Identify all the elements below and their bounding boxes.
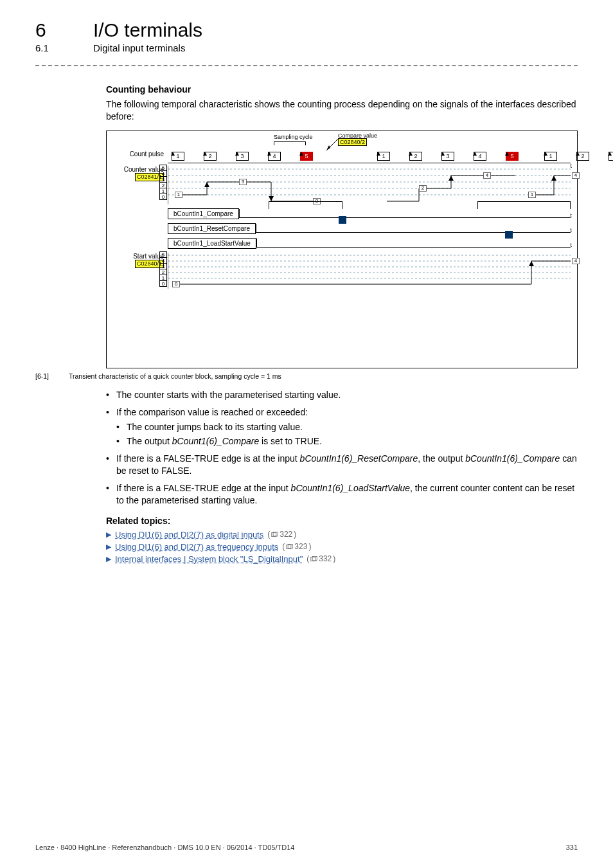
- signal-compare-trace: t: [239, 209, 571, 218]
- divider: [35, 65, 578, 66]
- list-item: The output bCount1(6)_Compare is set to …: [116, 435, 578, 448]
- timing-diagram: Sampling cycle Compare value C02840/2 Co…: [106, 131, 578, 368]
- pulse-box: 3: [609, 152, 613, 161]
- section-title: Digital input terminals: [93, 42, 185, 53]
- counter-val-box: 4: [572, 172, 580, 179]
- triangle-icon: ▶: [106, 555, 111, 563]
- svg-marker-9: [551, 176, 556, 181]
- related-link[interactable]: Using DI1(6) and DI2(7) as digital input…: [115, 530, 263, 539]
- chapter-number: 6: [35, 19, 74, 41]
- pulse-box: 1: [544, 152, 557, 161]
- figure-caption: Transient characteristic of a quick coun…: [69, 372, 281, 380]
- page-ref: ( 323): [282, 542, 311, 551]
- page-number: 331: [566, 844, 578, 851]
- pulse-box: 1: [172, 152, 184, 161]
- start-val-box: 0: [172, 281, 180, 287]
- compare-value-code: C02840/2: [338, 138, 367, 146]
- signal-load-trace: t: [256, 239, 571, 248]
- signal-reset-label: bCountIn1_ResetCompare: [168, 223, 256, 234]
- pulse-box: 2: [204, 152, 217, 161]
- page-ref: ( 332): [306, 554, 335, 563]
- section-number: 6.1: [35, 42, 74, 53]
- list-item: If there is a FALSE-TRUE edge is at the …: [106, 453, 578, 477]
- pulse-box: 4: [474, 152, 486, 161]
- pulse-box: 4: [268, 152, 281, 161]
- list-item: If the comparison value is reached or ex…: [106, 406, 578, 448]
- counter-val-box: 2: [419, 185, 427, 192]
- svg-marker-10: [269, 196, 274, 201]
- counter-value-label: Counter value: [124, 166, 164, 173]
- triangle-icon: ▶: [106, 543, 111, 551]
- bullet-list: The counter starts with the parameterise…: [106, 389, 578, 507]
- counting-behaviour-heading: Counting behaviour: [106, 84, 578, 95]
- pulse-box: 3: [236, 152, 249, 161]
- count-pulse-label: Count pulse: [113, 150, 168, 158]
- signal-compare-label: bCountIn1_Compare: [168, 208, 239, 219]
- chapter-title: I/O terminals: [93, 19, 202, 41]
- start-val-box: 4: [572, 258, 580, 264]
- y-axis: 5 4 3 2 1 0: [159, 251, 167, 286]
- signal-load-label: bCountIn1_LoadStartValue: [168, 238, 256, 249]
- svg-marker-16: [529, 261, 534, 266]
- triangle-icon: ▶: [106, 530, 111, 539]
- related-topics-heading: Related topics:: [106, 516, 578, 526]
- svg-marker-8: [449, 176, 454, 181]
- pulse-box: 2: [576, 152, 589, 161]
- related-link[interactable]: Internal interfaces | System block "LS_D…: [115, 554, 303, 564]
- signal-reset-trace: t: [256, 224, 571, 233]
- related-link[interactable]: Using DI1(6) and DI2(7) as frequency inp…: [115, 542, 278, 552]
- pulse-box-compare: 5: [506, 152, 519, 161]
- sampling-cycle-label: Sampling cycle: [274, 134, 313, 140]
- pulse-box-compare: 5: [300, 152, 313, 161]
- pulse-box: 3: [441, 152, 454, 161]
- intro-paragraph: The following temporal characteristic sh…: [106, 98, 578, 123]
- counter-val-box: 1: [528, 192, 536, 198]
- counter-val-box: 4: [483, 172, 491, 179]
- footer-left: Lenze · 8400 HighLine · Referenzhandbuch…: [35, 844, 294, 851]
- counter-val-box: 3: [239, 179, 247, 185]
- list-item: The counter jumps back to its starting v…: [116, 421, 578, 433]
- svg-marker-7: [204, 182, 209, 187]
- list-item: The counter starts with the parameterise…: [106, 389, 578, 401]
- counter-val-box: 1: [175, 192, 182, 198]
- y-axis: 5 4 3 2 1 0: [159, 165, 167, 199]
- page-ref: ( 322): [267, 530, 296, 539]
- figure-tag: [6-1]: [35, 372, 61, 380]
- list-item: If there is a FALSE-TRUE edge at the inp…: [106, 482, 578, 507]
- svg-marker-1: [326, 145, 330, 150]
- pulse-box: 1: [377, 152, 390, 161]
- pulse-box: 2: [409, 152, 422, 161]
